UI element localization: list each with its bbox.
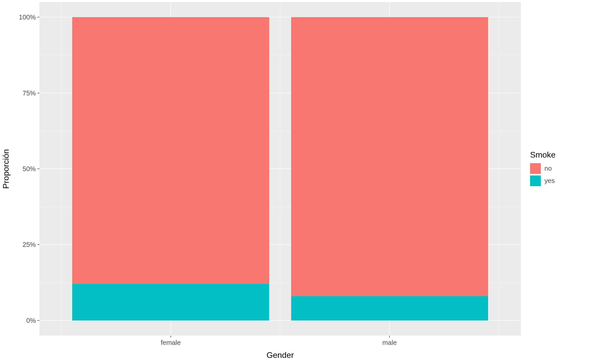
legend-item: no [530,163,590,174]
stacked-bar-chart: Proporción 0%25%50%75%100% femalemale Ge… [0,0,590,364]
y-tick-mark [37,244,39,245]
legend-swatch [530,163,541,174]
vgrid-minor [280,2,280,336]
vgrid-minor [61,2,61,336]
y-tick-mark [37,169,39,169]
y-tick-mark [37,93,39,93]
bar-segment-yes [72,284,269,320]
y-tick-mark [37,320,39,321]
x-axis-title: Gender [39,350,521,360]
bar-segment-no [291,17,488,296]
legend-swatch [530,175,541,186]
y-tick-label: 25% [23,241,36,249]
x-axis-title-text: Gender [267,350,294,360]
y-axis-ticks: 0%25%50%75%100% [12,0,37,338]
legend-item: yes [530,175,590,186]
bar-segment-yes [291,296,488,321]
x-axis-ticks: femalemale [39,336,521,348]
y-tick-label: 50% [23,165,36,173]
y-tick-mark [37,17,39,17]
x-tick-label: male [382,339,397,347]
x-tick-label: female [161,339,181,347]
x-tick-mark [389,336,390,338]
y-tick-label: 100% [19,13,36,21]
bar-segment-no [72,17,269,284]
y-axis-title: Proporción [0,0,12,338]
legend-label: no [544,164,552,172]
legend-label: yes [544,177,555,185]
y-tick-label: 75% [23,89,36,97]
legend-title: Smoke [530,150,590,160]
legend: Smoke noyes [527,0,590,338]
y-axis-title-text: Proporción [1,149,11,189]
x-tick-mark [171,336,171,338]
vgrid-minor [499,2,499,336]
plot-panel [39,2,521,336]
y-tick-label: 0% [26,316,36,324]
